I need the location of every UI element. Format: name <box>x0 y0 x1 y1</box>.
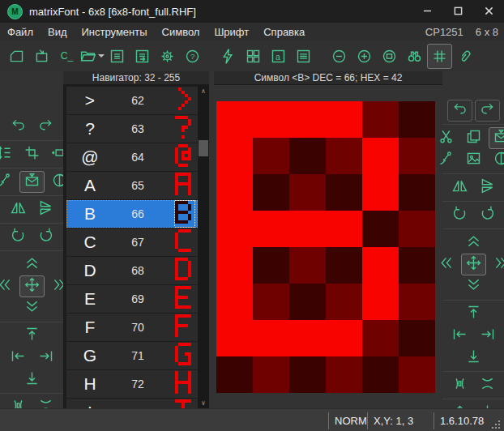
pixel-cell[interactable] <box>253 174 289 211</box>
chevrons-up-button[interactable] <box>461 232 486 254</box>
pixel-cell[interactable] <box>399 247 435 284</box>
navigator-row-65[interactable]: A65 <box>66 172 198 199</box>
open-folder-button[interactable] <box>79 44 105 69</box>
to-right-button[interactable] <box>33 347 58 369</box>
to-bottom-button[interactable] <box>461 347 486 369</box>
menu-help[interactable]: Справка <box>256 23 312 41</box>
move-button[interactable] <box>461 254 486 275</box>
chevrons-left-button[interactable] <box>0 275 17 297</box>
flip-horizontal-button[interactable] <box>6 198 31 220</box>
pixel-cell[interactable] <box>253 320 289 356</box>
scroll-up-icon[interactable]: ∧ <box>198 85 209 96</box>
pixel-cell[interactable] <box>399 101 435 138</box>
navigator-row-62[interactable]: >62 <box>66 87 198 114</box>
pixel-cell[interactable] <box>362 138 399 174</box>
pixel-cell[interactable] <box>289 247 326 284</box>
rotate-ccw-button[interactable] <box>6 226 31 248</box>
menu-file[interactable]: Файл <box>0 23 41 41</box>
paste-button[interactable] <box>489 127 504 149</box>
navigator-row-66[interactable]: B66 <box>66 200 198 228</box>
chevrons-down-button[interactable] <box>461 275 486 297</box>
undo-button[interactable] <box>447 100 472 122</box>
navigator-scrollbar[interactable]: ∧ ∨ <box>198 85 209 408</box>
pixel-cell[interactable] <box>326 101 362 138</box>
navigator-row-71[interactable]: G71 <box>66 342 198 369</box>
rotate-cw-button[interactable] <box>33 226 58 248</box>
move-button[interactable] <box>19 275 45 297</box>
close-button[interactable] <box>473 0 504 23</box>
flip-vertical-button[interactable] <box>33 198 58 220</box>
pixel-cell[interactable] <box>216 174 253 211</box>
pixel-grid[interactable] <box>216 101 435 393</box>
pixel-cell[interactable] <box>326 174 362 211</box>
rotate-cw-button[interactable] <box>475 204 500 226</box>
cut-button[interactable] <box>434 127 459 149</box>
pixel-cell[interactable] <box>216 284 253 320</box>
envelope-button[interactable] <box>19 171 45 193</box>
chevrons-right-button[interactable] <box>489 254 504 275</box>
help-button[interactable]: ? <box>180 44 205 69</box>
pixel-cell[interactable] <box>253 356 289 393</box>
brush-button[interactable] <box>434 149 459 171</box>
navigator-row-70[interactable]: F70 <box>66 314 198 341</box>
pixel-cell[interactable] <box>399 174 435 211</box>
pixel-cell[interactable] <box>326 320 362 356</box>
pixel-cell[interactable] <box>253 284 289 320</box>
paperclip-button[interactable] <box>452 44 477 69</box>
navigator-row-63[interactable]: ?63 <box>66 115 198 143</box>
pixel-cell[interactable] <box>216 101 253 138</box>
pixel-cell[interactable] <box>362 320 399 356</box>
pixel-cell[interactable] <box>326 356 362 393</box>
squeeze-horizontal-button[interactable] <box>447 374 472 396</box>
copy-button[interactable] <box>461 127 486 149</box>
redo-button[interactable] <box>475 100 500 122</box>
zoom-out-button[interactable] <box>327 44 352 69</box>
menu-symbol[interactable]: Символ <box>155 23 207 41</box>
flip-vertical-button[interactable] <box>475 177 500 198</box>
pixel-cell[interactable] <box>362 211 399 247</box>
resize-grip[interactable] <box>498 420 500 422</box>
pixel-cell[interactable] <box>289 356 326 393</box>
to-left-button[interactable] <box>6 347 31 369</box>
chevrons-left-button[interactable] <box>434 254 459 275</box>
pixel-cell[interactable] <box>216 138 253 174</box>
new-file-button[interactable] <box>4 44 29 69</box>
pixel-cell[interactable] <box>289 138 326 174</box>
c-underscore-button[interactable]: C_ <box>54 44 79 69</box>
crop-button[interactable] <box>19 143 45 165</box>
navigator-row-69[interactable]: E69 <box>66 285 198 313</box>
pixel-cell[interactable] <box>399 211 435 247</box>
pixel-cell[interactable] <box>253 138 289 174</box>
pixel-cell[interactable] <box>326 247 362 284</box>
pixel-cell[interactable] <box>362 101 399 138</box>
pixel-cell[interactable] <box>216 320 253 356</box>
brush-button[interactable] <box>0 171 17 193</box>
pixel-cell[interactable] <box>289 101 326 138</box>
navigator-row-68[interactable]: D68 <box>66 257 198 284</box>
pixel-cell[interactable] <box>362 174 399 211</box>
scrollbar-thumb[interactable] <box>199 140 208 156</box>
char-map-button[interactable]: a <box>266 44 291 69</box>
pixel-cell[interactable] <box>253 247 289 284</box>
import-button[interactable] <box>29 44 54 69</box>
scroll-down-icon[interactable]: ∨ <box>198 397 209 408</box>
pixel-cell[interactable] <box>362 247 399 284</box>
dropdown-caret-icon[interactable] <box>98 54 105 58</box>
contrast-button[interactable] <box>489 149 504 171</box>
zoom-in-button[interactable] <box>352 44 377 69</box>
chevrons-down-button[interactable] <box>19 297 45 319</box>
to-top-button[interactable] <box>461 303 486 325</box>
pixel-cell[interactable] <box>289 211 326 247</box>
pixel-cell[interactable] <box>253 211 289 247</box>
navigator-row-72[interactable]: H72 <box>66 370 198 398</box>
flip-horizontal-button[interactable] <box>447 177 472 198</box>
pixel-cell[interactable] <box>216 247 253 284</box>
minimize-button[interactable] <box>412 0 442 23</box>
save-button[interactable] <box>105 44 130 69</box>
pixel-cell[interactable] <box>362 284 399 320</box>
to-top-button[interactable] <box>19 325 45 347</box>
navigator-row-67[interactable]: C67 <box>66 228 198 256</box>
lightning-button[interactable] <box>216 44 241 69</box>
pixel-cell[interactable] <box>399 320 435 356</box>
to-left-button[interactable] <box>447 325 472 347</box>
